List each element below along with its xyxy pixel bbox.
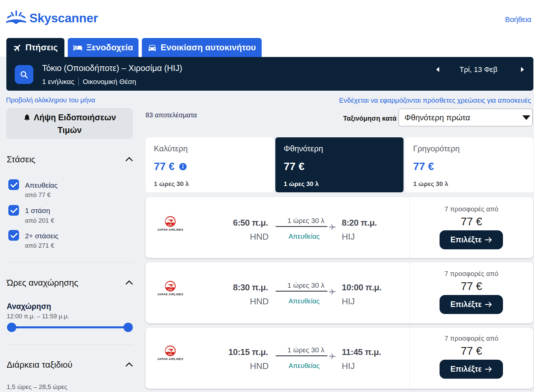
svg-text:JAL: JAL [168, 288, 173, 291]
svg-text:JAPAN AIRLINES: JAPAN AIRLINES [157, 293, 183, 296]
svg-text:JAL: JAL [168, 224, 173, 226]
svg-text:Skyscanner: Skyscanner [29, 11, 98, 25]
svg-text:JAPAN AIRLINES: JAPAN AIRLINES [157, 228, 183, 231]
svg-text:JAPAN AIRLINES: JAPAN AIRLINES [157, 357, 183, 361]
svg-text:JAL: JAL [168, 353, 173, 355]
